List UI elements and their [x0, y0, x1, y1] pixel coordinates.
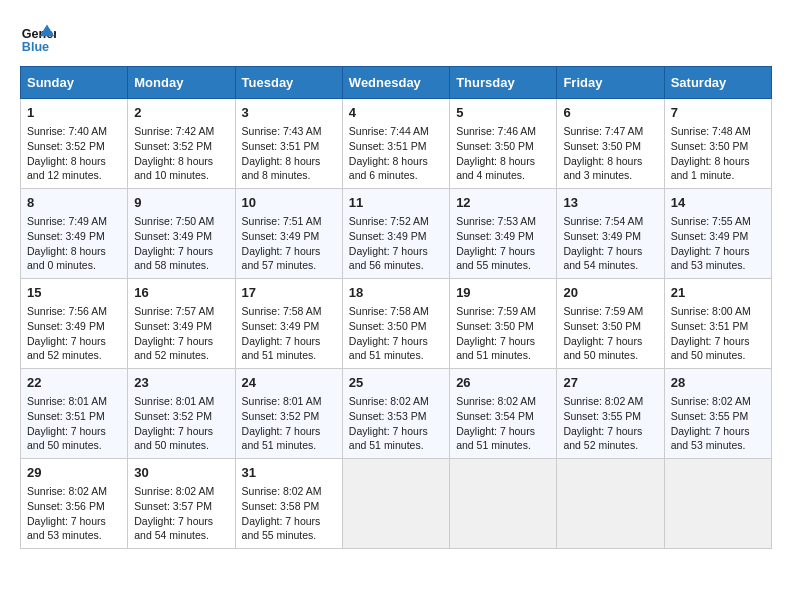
calendar-cell: 27Sunrise: 8:02 AM Sunset: 3:55 PM Dayli… — [557, 369, 664, 459]
day-number: 12 — [456, 194, 550, 212]
calendar-cell: 21Sunrise: 8:00 AM Sunset: 3:51 PM Dayli… — [664, 279, 771, 369]
day-number: 5 — [456, 104, 550, 122]
calendar-cell: 8Sunrise: 7:49 AM Sunset: 3:49 PM Daylig… — [21, 189, 128, 279]
day-info: Sunrise: 7:57 AM Sunset: 3:49 PM Dayligh… — [134, 304, 228, 363]
week-row-5: 29Sunrise: 8:02 AM Sunset: 3:56 PM Dayli… — [21, 459, 772, 549]
calendar-cell — [557, 459, 664, 549]
day-info: Sunrise: 7:51 AM Sunset: 3:49 PM Dayligh… — [242, 214, 336, 273]
calendar-header-row: SundayMondayTuesdayWednesdayThursdayFrid… — [21, 67, 772, 99]
day-info: Sunrise: 7:59 AM Sunset: 3:50 PM Dayligh… — [563, 304, 657, 363]
day-info: Sunrise: 7:58 AM Sunset: 3:49 PM Dayligh… — [242, 304, 336, 363]
calendar-cell: 9Sunrise: 7:50 AM Sunset: 3:49 PM Daylig… — [128, 189, 235, 279]
day-number: 3 — [242, 104, 336, 122]
day-info: Sunrise: 7:46 AM Sunset: 3:50 PM Dayligh… — [456, 124, 550, 183]
page-header: General Blue — [20, 20, 772, 56]
calendar-cell: 4Sunrise: 7:44 AM Sunset: 3:51 PM Daylig… — [342, 99, 449, 189]
week-row-2: 8Sunrise: 7:49 AM Sunset: 3:49 PM Daylig… — [21, 189, 772, 279]
day-number: 26 — [456, 374, 550, 392]
week-row-1: 1Sunrise: 7:40 AM Sunset: 3:52 PM Daylig… — [21, 99, 772, 189]
day-number: 18 — [349, 284, 443, 302]
day-number: 9 — [134, 194, 228, 212]
day-info: Sunrise: 8:02 AM Sunset: 3:55 PM Dayligh… — [563, 394, 657, 453]
calendar-cell: 18Sunrise: 7:58 AM Sunset: 3:50 PM Dayli… — [342, 279, 449, 369]
calendar-cell: 22Sunrise: 8:01 AM Sunset: 3:51 PM Dayli… — [21, 369, 128, 459]
day-number: 21 — [671, 284, 765, 302]
day-number: 19 — [456, 284, 550, 302]
calendar-cell: 19Sunrise: 7:59 AM Sunset: 3:50 PM Dayli… — [450, 279, 557, 369]
logo: General Blue — [20, 20, 56, 56]
day-info: Sunrise: 8:02 AM Sunset: 3:55 PM Dayligh… — [671, 394, 765, 453]
calendar-cell: 25Sunrise: 8:02 AM Sunset: 3:53 PM Dayli… — [342, 369, 449, 459]
day-number: 15 — [27, 284, 121, 302]
day-info: Sunrise: 7:55 AM Sunset: 3:49 PM Dayligh… — [671, 214, 765, 273]
day-info: Sunrise: 7:44 AM Sunset: 3:51 PM Dayligh… — [349, 124, 443, 183]
day-info: Sunrise: 8:02 AM Sunset: 3:53 PM Dayligh… — [349, 394, 443, 453]
day-number: 25 — [349, 374, 443, 392]
svg-text:Blue: Blue — [22, 40, 49, 54]
day-number: 10 — [242, 194, 336, 212]
day-info: Sunrise: 7:42 AM Sunset: 3:52 PM Dayligh… — [134, 124, 228, 183]
day-number: 11 — [349, 194, 443, 212]
calendar-cell: 31Sunrise: 8:02 AM Sunset: 3:58 PM Dayli… — [235, 459, 342, 549]
day-number: 8 — [27, 194, 121, 212]
calendar-cell: 1Sunrise: 7:40 AM Sunset: 3:52 PM Daylig… — [21, 99, 128, 189]
day-number: 28 — [671, 374, 765, 392]
calendar-cell — [664, 459, 771, 549]
day-number: 31 — [242, 464, 336, 482]
day-info: Sunrise: 7:54 AM Sunset: 3:49 PM Dayligh… — [563, 214, 657, 273]
col-header-sunday: Sunday — [21, 67, 128, 99]
calendar-cell: 14Sunrise: 7:55 AM Sunset: 3:49 PM Dayli… — [664, 189, 771, 279]
calendar-cell: 5Sunrise: 7:46 AM Sunset: 3:50 PM Daylig… — [450, 99, 557, 189]
day-number: 4 — [349, 104, 443, 122]
calendar-cell: 13Sunrise: 7:54 AM Sunset: 3:49 PM Dayli… — [557, 189, 664, 279]
day-number: 14 — [671, 194, 765, 212]
calendar-cell: 7Sunrise: 7:48 AM Sunset: 3:50 PM Daylig… — [664, 99, 771, 189]
day-number: 17 — [242, 284, 336, 302]
day-number: 2 — [134, 104, 228, 122]
calendar-cell: 29Sunrise: 8:02 AM Sunset: 3:56 PM Dayli… — [21, 459, 128, 549]
day-info: Sunrise: 7:53 AM Sunset: 3:49 PM Dayligh… — [456, 214, 550, 273]
col-header-friday: Friday — [557, 67, 664, 99]
calendar-cell: 17Sunrise: 7:58 AM Sunset: 3:49 PM Dayli… — [235, 279, 342, 369]
week-row-3: 15Sunrise: 7:56 AM Sunset: 3:49 PM Dayli… — [21, 279, 772, 369]
day-number: 30 — [134, 464, 228, 482]
day-number: 16 — [134, 284, 228, 302]
calendar-table: SundayMondayTuesdayWednesdayThursdayFrid… — [20, 66, 772, 549]
day-info: Sunrise: 7:48 AM Sunset: 3:50 PM Dayligh… — [671, 124, 765, 183]
calendar-cell: 12Sunrise: 7:53 AM Sunset: 3:49 PM Dayli… — [450, 189, 557, 279]
day-number: 22 — [27, 374, 121, 392]
day-number: 24 — [242, 374, 336, 392]
calendar-cell: 23Sunrise: 8:01 AM Sunset: 3:52 PM Dayli… — [128, 369, 235, 459]
calendar-body: 1Sunrise: 7:40 AM Sunset: 3:52 PM Daylig… — [21, 99, 772, 549]
day-number: 20 — [563, 284, 657, 302]
day-info: Sunrise: 8:02 AM Sunset: 3:54 PM Dayligh… — [456, 394, 550, 453]
day-info: Sunrise: 7:56 AM Sunset: 3:49 PM Dayligh… — [27, 304, 121, 363]
day-info: Sunrise: 8:01 AM Sunset: 3:52 PM Dayligh… — [242, 394, 336, 453]
week-row-4: 22Sunrise: 8:01 AM Sunset: 3:51 PM Dayli… — [21, 369, 772, 459]
day-number: 29 — [27, 464, 121, 482]
calendar-cell: 3Sunrise: 7:43 AM Sunset: 3:51 PM Daylig… — [235, 99, 342, 189]
day-info: Sunrise: 8:02 AM Sunset: 3:56 PM Dayligh… — [27, 484, 121, 543]
day-info: Sunrise: 8:01 AM Sunset: 3:52 PM Dayligh… — [134, 394, 228, 453]
col-header-saturday: Saturday — [664, 67, 771, 99]
day-number: 13 — [563, 194, 657, 212]
day-number: 27 — [563, 374, 657, 392]
day-info: Sunrise: 7:49 AM Sunset: 3:49 PM Dayligh… — [27, 214, 121, 273]
calendar-cell: 15Sunrise: 7:56 AM Sunset: 3:49 PM Dayli… — [21, 279, 128, 369]
calendar-cell — [450, 459, 557, 549]
calendar-cell: 6Sunrise: 7:47 AM Sunset: 3:50 PM Daylig… — [557, 99, 664, 189]
col-header-wednesday: Wednesday — [342, 67, 449, 99]
day-number: 7 — [671, 104, 765, 122]
day-info: Sunrise: 7:59 AM Sunset: 3:50 PM Dayligh… — [456, 304, 550, 363]
calendar-cell — [342, 459, 449, 549]
calendar-cell: 11Sunrise: 7:52 AM Sunset: 3:49 PM Dayli… — [342, 189, 449, 279]
col-header-tuesday: Tuesday — [235, 67, 342, 99]
day-info: Sunrise: 7:50 AM Sunset: 3:49 PM Dayligh… — [134, 214, 228, 273]
col-header-thursday: Thursday — [450, 67, 557, 99]
day-info: Sunrise: 8:00 AM Sunset: 3:51 PM Dayligh… — [671, 304, 765, 363]
calendar-cell: 24Sunrise: 8:01 AM Sunset: 3:52 PM Dayli… — [235, 369, 342, 459]
day-info: Sunrise: 7:47 AM Sunset: 3:50 PM Dayligh… — [563, 124, 657, 183]
day-info: Sunrise: 7:52 AM Sunset: 3:49 PM Dayligh… — [349, 214, 443, 273]
day-info: Sunrise: 7:58 AM Sunset: 3:50 PM Dayligh… — [349, 304, 443, 363]
day-number: 23 — [134, 374, 228, 392]
